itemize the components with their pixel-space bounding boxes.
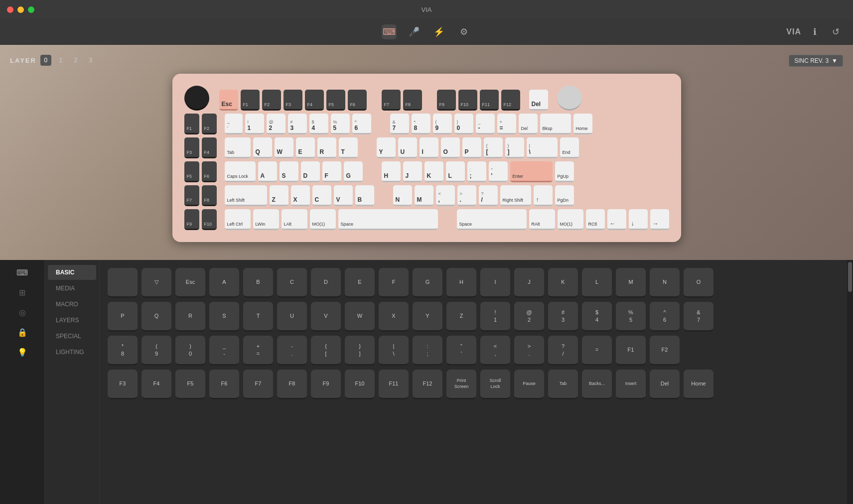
keycap-w[interactable]: W bbox=[345, 302, 375, 332]
keycap-f8-grid[interactable]: F8 bbox=[277, 370, 307, 399]
key-equals[interactable]: += bbox=[497, 114, 516, 134]
key-f3-top[interactable]: F3 bbox=[284, 90, 302, 111]
key-enter[interactable]: Enter bbox=[510, 161, 553, 182]
key-8[interactable]: *8 bbox=[412, 114, 430, 134]
key-mo1-left[interactable]: MO(1) bbox=[310, 209, 336, 230]
close-button[interactable] bbox=[7, 6, 13, 13]
keycap-j[interactable]: J bbox=[514, 268, 544, 298]
keycap-star8[interactable]: *8 bbox=[108, 336, 138, 366]
key-4[interactable]: $4 bbox=[309, 114, 328, 134]
keycap-pause[interactable]: Pause bbox=[514, 370, 544, 399]
keycap-f3-grid[interactable]: F3 bbox=[108, 370, 138, 399]
key-rotary-left[interactable] bbox=[184, 86, 209, 111]
key-rshift[interactable]: Right Shift bbox=[500, 185, 531, 206]
keycap-plus[interactable]: += bbox=[243, 336, 273, 366]
keycap-i[interactable]: I bbox=[480, 268, 510, 298]
key-9[interactable]: (9 bbox=[433, 114, 452, 134]
layer-3[interactable]: 3 bbox=[85, 55, 96, 66]
key-right[interactable]: → bbox=[650, 209, 669, 230]
scrollbar[interactable] bbox=[847, 260, 853, 504]
key-f2-top[interactable]: F2 bbox=[262, 90, 281, 111]
keycap-y[interactable]: Y bbox=[413, 302, 442, 332]
keycap-f4-grid[interactable]: F4 bbox=[142, 370, 171, 399]
key-home[interactable]: Home bbox=[573, 114, 592, 134]
key-f6-side[interactable]: F6 bbox=[202, 161, 217, 182]
key-2[interactable]: @2 bbox=[267, 114, 285, 134]
keycap-lcurly[interactable]: {[ bbox=[311, 336, 341, 366]
key-f5-side[interactable]: F5 bbox=[184, 161, 199, 182]
keycap-b[interactable]: B bbox=[243, 268, 273, 298]
keycap-f6-grid[interactable]: F6 bbox=[209, 370, 239, 399]
keycap-transparent[interactable]: ▽ bbox=[142, 268, 171, 298]
category-macro[interactable]: MACRO bbox=[48, 297, 96, 312]
keycap-m[interactable]: M bbox=[616, 268, 646, 298]
sinc-dropdown[interactable]: SINC REV. 3 ▼ bbox=[789, 55, 843, 67]
key-tilde[interactable]: ~` bbox=[225, 114, 243, 134]
key-j[interactable]: J bbox=[403, 161, 422, 182]
key-k[interactable]: K bbox=[425, 161, 443, 182]
key-lctrl[interactable]: Left Ctrl bbox=[225, 209, 251, 230]
layer-2[interactable]: 2 bbox=[70, 55, 81, 66]
key-capslock[interactable]: Caps Lock bbox=[225, 161, 256, 182]
key-f2-side[interactable]: F2 bbox=[202, 114, 217, 134]
layer-1[interactable]: 1 bbox=[55, 55, 66, 66]
key-period[interactable]: >. bbox=[457, 185, 476, 206]
keycap-t[interactable]: T bbox=[243, 302, 273, 332]
keycap-rcurly[interactable]: }] bbox=[345, 336, 375, 366]
key-1[interactable]: !1 bbox=[245, 114, 264, 134]
keycap-x[interactable]: X bbox=[379, 302, 409, 332]
keycap-r[interactable]: R bbox=[175, 302, 205, 332]
key-down[interactable]: ↓ bbox=[629, 209, 648, 230]
key-del-top[interactable]: Del bbox=[529, 90, 548, 111]
keycap-tab-grid[interactable]: Tab bbox=[548, 370, 578, 399]
gear-icon[interactable]: ⚙ bbox=[456, 24, 471, 39]
key-d[interactable]: D bbox=[301, 161, 320, 182]
key-minus[interactable]: _- bbox=[476, 114, 495, 134]
key-rotary-right[interactable] bbox=[557, 86, 582, 111]
window-controls[interactable] bbox=[7, 6, 34, 13]
keycap-colon[interactable]: :; bbox=[413, 336, 442, 366]
sidebar-bulb-icon[interactable]: 💡 bbox=[15, 345, 30, 360]
key-s[interactable]: S bbox=[280, 161, 298, 182]
keyboard-icon[interactable]: ⌨ bbox=[382, 24, 397, 39]
key-f4-side[interactable]: F4 bbox=[202, 137, 217, 158]
sidebar-circle-icon[interactable]: ◎ bbox=[15, 305, 30, 320]
key-f11-top[interactable]: F11 bbox=[480, 90, 499, 111]
keycap-f5-grid[interactable]: F5 bbox=[175, 370, 205, 399]
key-pgup[interactable]: PgUp bbox=[555, 161, 574, 182]
key-rbracket[interactable]: }] bbox=[505, 137, 524, 158]
key-6[interactable]: ^6 bbox=[352, 114, 371, 134]
keycap-l[interactable]: L bbox=[582, 268, 612, 298]
keycap-underscore[interactable]: _- bbox=[209, 336, 239, 366]
key-3[interactable]: #3 bbox=[288, 114, 307, 134]
sidebar-keyboard-icon[interactable]: ⌨ bbox=[15, 265, 30, 280]
keycap-dash[interactable]: -. bbox=[277, 336, 307, 366]
key-lbracket[interactable]: {[ bbox=[484, 137, 503, 158]
key-f8-top[interactable]: F8 bbox=[403, 90, 422, 111]
keycap-v[interactable]: V bbox=[311, 302, 341, 332]
key-esc[interactable]: Esc bbox=[219, 90, 238, 111]
keycap-backspace-grid[interactable]: Backs... bbox=[582, 370, 612, 399]
key-e[interactable]: E bbox=[296, 137, 315, 158]
keycap-q[interactable]: Q bbox=[142, 302, 171, 332]
keycap-percent[interactable]: %5 bbox=[616, 302, 646, 332]
keycap-f9-grid[interactable]: F9 bbox=[311, 370, 341, 399]
keycap-scrolllock[interactable]: ScrollLock bbox=[480, 370, 510, 399]
key-quote[interactable]: "' bbox=[489, 161, 508, 182]
keycap-f12-grid[interactable]: F12 bbox=[413, 370, 442, 399]
key-rctrl[interactable]: RCtl bbox=[586, 209, 605, 230]
keycap-f7-grid[interactable]: F7 bbox=[243, 370, 273, 399]
key-slash[interactable]: ?/ bbox=[479, 185, 498, 206]
keycap-insert[interactable]: Insert bbox=[616, 370, 646, 399]
keycap-n[interactable]: N bbox=[650, 268, 680, 298]
category-media[interactable]: MEDIA bbox=[48, 281, 96, 296]
refresh-icon[interactable]: ↺ bbox=[828, 24, 843, 39]
keycap-g[interactable]: G bbox=[413, 268, 442, 298]
key-0[interactable]: )0 bbox=[454, 114, 473, 134]
key-f8-side[interactable]: F8 bbox=[202, 185, 217, 206]
keycap-d[interactable]: D bbox=[311, 268, 341, 298]
category-special[interactable]: SPECIAL bbox=[48, 329, 96, 344]
key-f10-side[interactable]: F10 bbox=[202, 209, 217, 230]
key-space-left[interactable]: Space bbox=[338, 209, 438, 230]
key-m[interactable]: M bbox=[415, 185, 433, 206]
